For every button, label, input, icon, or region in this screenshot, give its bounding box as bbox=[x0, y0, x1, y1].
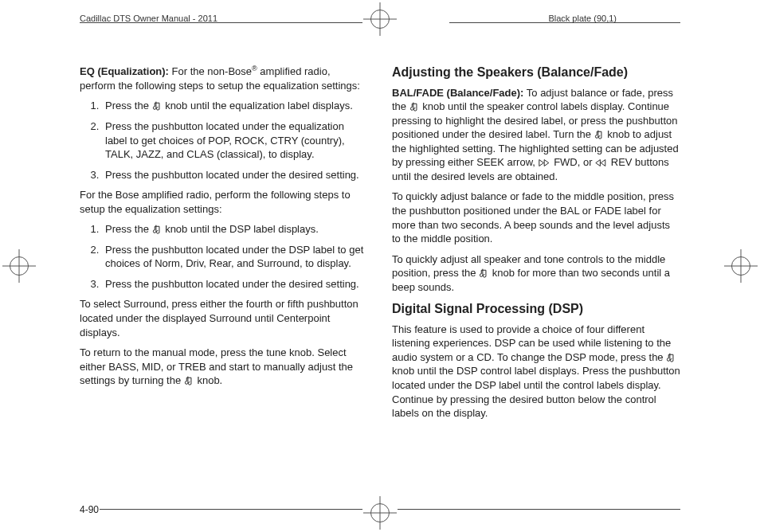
eq-intro-pre: For the non-Bose bbox=[169, 65, 252, 77]
list-item: Press the pushbutton located under the D… bbox=[102, 243, 368, 271]
crop-mark-top bbox=[370, 10, 390, 29]
bose-surround-note: To select Surround, press either the fou… bbox=[80, 297, 368, 339]
list-item: Press the pushbutton located under the d… bbox=[102, 277, 368, 291]
tune-knob-icon bbox=[409, 101, 420, 111]
manual-page: Cadillac DTS Owner Manual - 2011 Black p… bbox=[0, 0, 760, 532]
left-column: EQ (Equalization): For the non-Bose® amp… bbox=[80, 64, 368, 484]
eq-label: EQ (Equalization): bbox=[80, 65, 169, 77]
dsp-heading: Digital Signal Processing (DSP) bbox=[392, 300, 680, 318]
page-content: EQ (Equalization): For the non-Bose® amp… bbox=[80, 64, 680, 484]
fast-forward-icon bbox=[539, 158, 551, 167]
list-item: Press the pushbutton located under the e… bbox=[102, 119, 368, 162]
dsp-body: This feature is used to provide a choice… bbox=[392, 323, 680, 421]
right-column: Adjusting the Speakers (Balance/Fade) BA… bbox=[392, 64, 680, 484]
registered-icon: ® bbox=[252, 65, 257, 72]
quick-balance-note: To quickly adjust balance or fade to the… bbox=[392, 190, 680, 245]
balfade-paragraph: BAL/FADE (Balance/Fade): To adjust balan… bbox=[392, 86, 680, 184]
list-item: Press the knob until the DSP label displ… bbox=[102, 222, 368, 237]
rule-line bbox=[398, 509, 680, 510]
header-plate-label: Black plate (90,1) bbox=[548, 13, 617, 25]
tune-knob-icon bbox=[184, 375, 194, 385]
tune-knob-icon bbox=[152, 224, 163, 234]
balfade-label: BAL/FADE (Balance/Fade): bbox=[392, 87, 523, 99]
speakers-heading: Adjusting the Speakers (Balance/Fade) bbox=[392, 64, 680, 81]
tune-knob-icon bbox=[666, 352, 676, 362]
list-item: Press the pushbutton located under the d… bbox=[102, 168, 368, 182]
bose-steps-list: Press the knob until the DSP label displ… bbox=[80, 222, 368, 291]
header-manual-title: Cadillac DTS Owner Manual - 2011 bbox=[80, 13, 217, 25]
crop-mark-right bbox=[731, 256, 750, 276]
eq-intro: EQ (Equalization): For the non-Bose® amp… bbox=[80, 64, 368, 92]
tune-knob-icon bbox=[479, 268, 489, 278]
eq-steps-list: Press the knob until the equalization la… bbox=[80, 99, 368, 182]
crop-mark-left bbox=[10, 256, 29, 276]
tune-knob-icon bbox=[152, 100, 163, 111]
list-item: Press the knob until the equalization la… bbox=[102, 99, 368, 113]
bose-intro: For the Bose amplified radio, perform th… bbox=[80, 188, 368, 216]
page-number: 4-90 bbox=[80, 503, 99, 516]
crop-mark-bottom bbox=[370, 503, 390, 522]
tune-knob-icon bbox=[594, 129, 605, 139]
rule-line bbox=[100, 509, 362, 510]
quick-all-note: To quickly adjust all speaker and tone c… bbox=[392, 252, 680, 295]
rewind-icon bbox=[595, 158, 608, 167]
manual-return-note: To return to the manual mode, press the … bbox=[80, 346, 368, 388]
